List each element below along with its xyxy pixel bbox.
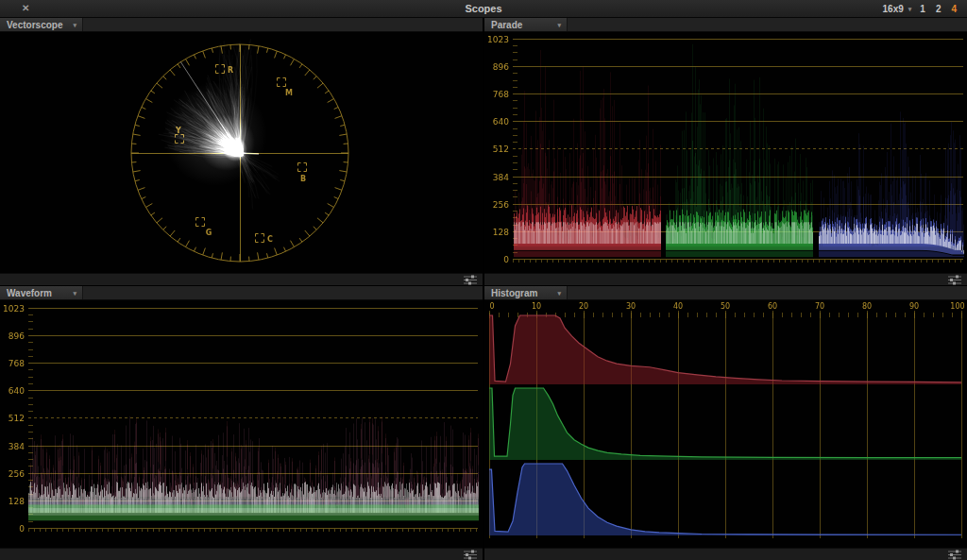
panel-parade: Parade ▾	[484, 18, 967, 285]
chevron-down-icon: ▾	[557, 22, 561, 28]
parade-footer	[484, 273, 967, 285]
aspect-ratio-select[interactable]: 16x9 ▾	[883, 4, 912, 14]
scope-settings-icon[interactable]	[463, 275, 478, 285]
waveform-canvas	[0, 300, 483, 548]
window-title: Scopes	[0, 3, 967, 14]
titlebar-controls: 16x9 ▾ 1 2 4	[883, 0, 959, 17]
scope-settings-icon[interactable]	[947, 550, 962, 560]
parade-body	[484, 32, 967, 273]
vectorscope-canvas	[0, 32, 483, 273]
parade-canvas	[484, 32, 967, 273]
waveform-header: Waveform ▾	[0, 286, 483, 300]
scope-settings-icon[interactable]	[463, 550, 478, 560]
panel-vectorscope: Vectorscope ▾	[0, 18, 483, 285]
close-icon[interactable]: ✕	[22, 3, 29, 14]
titlebar: ✕ Scopes 16x9 ▾ 1 2 4	[0, 0, 967, 18]
dropdown-label: Histogram	[491, 288, 537, 298]
dropdown-label: Waveform	[7, 288, 52, 298]
parade-type-dropdown[interactable]: Parade ▾	[484, 18, 568, 31]
histogram-footer	[484, 548, 967, 560]
view-button-4[interactable]: 4	[949, 4, 959, 14]
histogram-canvas	[484, 300, 967, 548]
scopes-grid: Vectorscope ▾ Parade ▾	[0, 18, 967, 560]
parade-header: Parade ▾	[484, 18, 967, 32]
histogram-type-dropdown[interactable]: Histogram ▾	[484, 286, 568, 299]
panel-histogram: Histogram ▾	[484, 286, 967, 560]
vectorscope-body	[0, 32, 483, 273]
dropdown-label: Vectorscope	[7, 20, 62, 30]
histogram-header: Histogram ▾	[484, 286, 967, 300]
aspect-ratio-value: 16x9	[883, 4, 904, 14]
vectorscope-type-dropdown[interactable]: Vectorscope ▾	[0, 18, 83, 31]
vectorscope-header: Vectorscope ▾	[0, 18, 483, 32]
histogram-body	[484, 300, 967, 548]
waveform-footer	[0, 548, 483, 560]
chevron-down-icon: ▾	[73, 22, 76, 28]
scopes-window: ✕ Scopes 16x9 ▾ 1 2 4 Vectorscope ▾	[0, 0, 967, 560]
dropdown-label: Parade	[491, 20, 522, 30]
chevron-down-icon: ▾	[557, 290, 561, 297]
view-button-1[interactable]: 1	[918, 4, 927, 14]
waveform-type-dropdown[interactable]: Waveform ▾	[0, 286, 83, 299]
scope-settings-icon[interactable]	[947, 275, 962, 285]
waveform-body	[0, 300, 483, 548]
chevron-down-icon: ▾	[908, 6, 912, 12]
vectorscope-footer	[0, 273, 483, 285]
view-button-2[interactable]: 2	[934, 4, 943, 14]
panel-waveform: Waveform ▾	[0, 286, 483, 560]
chevron-down-icon: ▾	[73, 290, 76, 297]
